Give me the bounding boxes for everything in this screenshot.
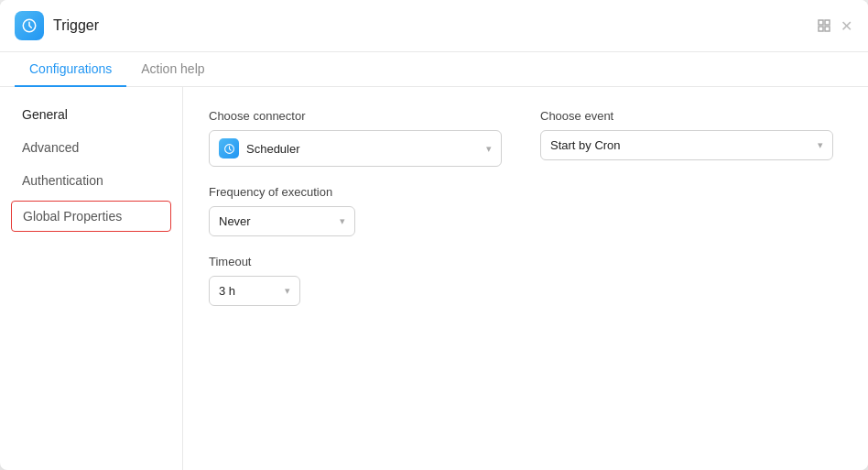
sidebar: General Advanced Authentication Global P…	[0, 87, 183, 470]
svg-rect-1	[819, 20, 823, 25]
main-window: Trigger ✕ Configurations Action help Gen…	[0, 0, 868, 470]
timeout-group: Timeout 3 h ▾	[209, 255, 300, 306]
window-title: Trigger	[53, 17, 817, 34]
tab-configurations[interactable]: Configurations	[15, 52, 126, 87]
sidebar-item-global-properties[interactable]: Global Properties	[11, 201, 171, 232]
frequency-label: Frequency of execution	[209, 185, 355, 199]
event-group: Choose event Start by Cron ▾	[540, 109, 842, 167]
connector-chevron-icon: ▾	[486, 143, 492, 155]
sidebar-item-authentication[interactable]: Authentication	[0, 164, 182, 197]
tab-action-help[interactable]: Action help	[126, 52, 219, 87]
tabs-bar: Configurations Action help	[0, 52, 868, 87]
frequency-value: Never	[219, 214, 251, 228]
content-area: General Advanced Authentication Global P…	[0, 87, 868, 470]
svg-rect-3	[819, 27, 823, 31]
sidebar-item-general[interactable]: General	[0, 98, 182, 131]
frequency-chevron-icon: ▾	[340, 215, 345, 227]
timeout-select[interactable]: 3 h ▾	[209, 276, 300, 306]
connector-value: Scheduler	[246, 142, 300, 156]
connector-select-left: Scheduler	[219, 138, 300, 158]
event-label: Choose event	[540, 109, 842, 123]
connector-group: Choose connector Scheduler ▾	[209, 109, 511, 167]
connector-icon	[219, 138, 239, 158]
connector-select[interactable]: Scheduler ▾	[209, 130, 502, 167]
event-select[interactable]: Start by Cron ▾	[540, 130, 833, 160]
window-controls: ✕	[817, 18, 853, 33]
app-icon	[15, 11, 44, 40]
frequency-select[interactable]: Never ▾	[209, 206, 355, 236]
title-bar: Trigger ✕	[0, 0, 868, 52]
timeout-label: Timeout	[209, 255, 300, 268]
event-select-left: Start by Cron	[550, 138, 621, 152]
main-panel: Choose connector Scheduler ▾	[183, 87, 868, 470]
frequency-group: Frequency of execution Never ▾	[209, 185, 355, 236]
event-value: Start by Cron	[550, 138, 621, 152]
frequency-row: Frequency of execution Never ▾	[209, 185, 842, 236]
svg-rect-2	[825, 20, 830, 25]
close-button[interactable]: ✕	[839, 18, 853, 33]
maximize-button[interactable]	[817, 18, 831, 33]
sidebar-item-advanced[interactable]: Advanced	[0, 131, 182, 164]
timeout-value: 3 h	[219, 284, 235, 298]
timeout-row: Timeout 3 h ▾	[209, 255, 842, 306]
event-chevron-icon: ▾	[818, 139, 823, 151]
timeout-chevron-icon: ▾	[285, 285, 290, 297]
connector-label: Choose connector	[209, 109, 511, 123]
connector-event-row: Choose connector Scheduler ▾	[209, 109, 842, 167]
svg-rect-4	[825, 27, 830, 31]
